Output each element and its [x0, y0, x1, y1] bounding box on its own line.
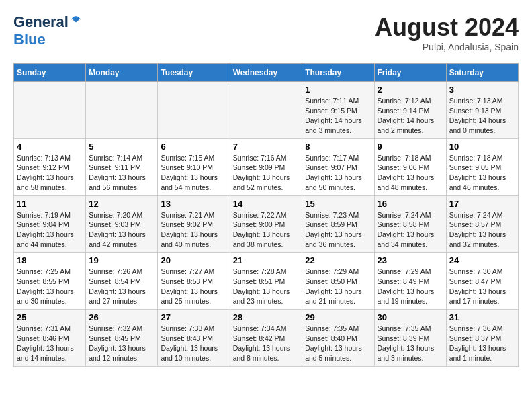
logo-bird-icon	[70, 15, 82, 27]
calendar-cell: 30Sunrise: 7:35 AMSunset: 8:39 PMDayligh…	[374, 310, 446, 367]
day-info: Sunrise: 7:28 AMSunset: 8:51 PMDaylight:…	[233, 267, 300, 306]
day-info: Sunrise: 7:33 AMSunset: 8:43 PMDaylight:…	[161, 324, 226, 363]
calendar-cell: 25Sunrise: 7:31 AMSunset: 8:46 PMDayligh…	[14, 310, 86, 367]
weekday-header-wednesday: Wednesday	[230, 64, 302, 82]
day-number: 22	[305, 255, 371, 265]
day-number: 30	[378, 312, 443, 322]
day-info: Sunrise: 7:27 AMSunset: 8:53 PMDaylight:…	[161, 267, 226, 306]
day-info: Sunrise: 7:18 AMSunset: 9:05 PMDaylight:…	[449, 153, 515, 193]
day-info: Sunrise: 7:32 AMSunset: 8:45 PMDaylight:…	[89, 324, 154, 363]
weekday-header-tuesday: Tuesday	[158, 64, 230, 82]
calendar-cell: 23Sunrise: 7:29 AMSunset: 8:49 PMDayligh…	[374, 253, 446, 310]
calendar-cell: 13Sunrise: 7:21 AMSunset: 9:02 PMDayligh…	[158, 195, 230, 253]
calendar-cell: 31Sunrise: 7:36 AMSunset: 8:37 PMDayligh…	[446, 310, 518, 367]
calendar-cell: 5Sunrise: 7:14 AMSunset: 9:11 PMDaylight…	[86, 138, 158, 195]
calendar-cell	[14, 82, 86, 139]
calendar-cell: 28Sunrise: 7:34 AMSunset: 8:42 PMDayligh…	[230, 310, 302, 367]
calendar-cell: 8Sunrise: 7:17 AMSunset: 9:07 PMDaylight…	[302, 138, 374, 195]
calendar-cell: 16Sunrise: 7:24 AMSunset: 8:58 PMDayligh…	[374, 195, 446, 253]
day-info: Sunrise: 7:24 AMSunset: 8:58 PMDaylight:…	[378, 210, 443, 250]
location-text: Pulpi, Andalusia, Spain	[375, 42, 519, 52]
page-header: General Blue August 2024 Pulpi, Andalusi…	[13, 13, 519, 52]
logo-blue-text: Blue	[13, 31, 46, 48]
day-info: Sunrise: 7:15 AMSunset: 9:10 PMDaylight:…	[161, 153, 226, 193]
day-number: 27	[161, 312, 226, 322]
weekday-header-thursday: Thursday	[302, 64, 374, 82]
calendar-cell: 4Sunrise: 7:13 AMSunset: 9:12 PMDaylight…	[14, 138, 86, 195]
calendar-cell: 15Sunrise: 7:23 AMSunset: 8:59 PMDayligh…	[302, 195, 374, 253]
day-number: 12	[89, 199, 154, 209]
day-number: 20	[161, 255, 226, 265]
day-number: 10	[449, 142, 515, 152]
calendar-cell: 10Sunrise: 7:18 AMSunset: 9:05 PMDayligh…	[446, 138, 518, 195]
calendar-cell: 3Sunrise: 7:13 AMSunset: 9:13 PMDaylight…	[446, 82, 518, 139]
logo: General Blue	[13, 13, 82, 48]
day-number: 19	[89, 255, 154, 265]
day-info: Sunrise: 7:26 AMSunset: 8:54 PMDaylight:…	[89, 267, 154, 306]
day-number: 28	[233, 312, 300, 322]
day-info: Sunrise: 7:23 AMSunset: 8:59 PMDaylight:…	[305, 210, 371, 250]
calendar-cell: 1Sunrise: 7:11 AMSunset: 9:15 PMDaylight…	[302, 82, 374, 139]
day-info: Sunrise: 7:11 AMSunset: 9:15 PMDaylight:…	[305, 96, 371, 136]
day-number: 31	[449, 312, 515, 322]
day-number: 4	[17, 142, 83, 152]
day-number: 3	[449, 85, 515, 95]
day-info: Sunrise: 7:29 AMSunset: 8:49 PMDaylight:…	[378, 267, 443, 306]
day-info: Sunrise: 7:14 AMSunset: 9:11 PMDaylight:…	[89, 153, 154, 193]
calendar-week-5: 25Sunrise: 7:31 AMSunset: 8:46 PMDayligh…	[14, 310, 519, 367]
day-info: Sunrise: 7:29 AMSunset: 8:50 PMDaylight:…	[305, 267, 371, 306]
calendar-cell	[158, 82, 230, 139]
day-number: 18	[17, 255, 83, 265]
calendar-cell: 20Sunrise: 7:27 AMSunset: 8:53 PMDayligh…	[158, 253, 230, 310]
calendar-cell: 2Sunrise: 7:12 AMSunset: 9:14 PMDaylight…	[374, 82, 446, 139]
day-info: Sunrise: 7:18 AMSunset: 9:06 PMDaylight:…	[378, 153, 443, 193]
weekday-header-sunday: Sunday	[14, 64, 86, 82]
day-info: Sunrise: 7:34 AMSunset: 8:42 PMDaylight:…	[233, 324, 300, 363]
calendar-cell: 21Sunrise: 7:28 AMSunset: 8:51 PMDayligh…	[230, 253, 302, 310]
day-info: Sunrise: 7:17 AMSunset: 9:07 PMDaylight:…	[305, 153, 371, 193]
day-number: 16	[378, 199, 443, 209]
day-number: 26	[89, 312, 154, 322]
calendar-cell: 27Sunrise: 7:33 AMSunset: 8:43 PMDayligh…	[158, 310, 230, 367]
calendar-cell: 6Sunrise: 7:15 AMSunset: 9:10 PMDaylight…	[158, 138, 230, 195]
calendar-cell: 9Sunrise: 7:18 AMSunset: 9:06 PMDaylight…	[374, 138, 446, 195]
day-info: Sunrise: 7:20 AMSunset: 9:03 PMDaylight:…	[89, 210, 154, 250]
day-info: Sunrise: 7:22 AMSunset: 9:00 PMDaylight:…	[233, 210, 300, 250]
day-number: 2	[378, 85, 443, 95]
calendar-table: SundayMondayTuesdayWednesdayThursdayFrid…	[13, 63, 519, 367]
day-number: 17	[449, 199, 515, 209]
calendar-week-4: 18Sunrise: 7:25 AMSunset: 8:55 PMDayligh…	[14, 253, 519, 310]
calendar-cell: 7Sunrise: 7:16 AMSunset: 9:09 PMDaylight…	[230, 138, 302, 195]
calendar-cell	[86, 82, 158, 139]
calendar-cell: 17Sunrise: 7:24 AMSunset: 8:57 PMDayligh…	[446, 195, 518, 253]
day-info: Sunrise: 7:19 AMSunset: 9:04 PMDaylight:…	[17, 210, 83, 250]
calendar-cell: 18Sunrise: 7:25 AMSunset: 8:55 PMDayligh…	[14, 253, 86, 310]
weekday-header-friday: Friday	[374, 64, 446, 82]
day-number: 25	[17, 312, 83, 322]
calendar-cell: 29Sunrise: 7:35 AMSunset: 8:40 PMDayligh…	[302, 310, 374, 367]
day-info: Sunrise: 7:35 AMSunset: 8:40 PMDaylight:…	[305, 324, 371, 363]
day-number: 21	[233, 255, 300, 265]
calendar-cell: 26Sunrise: 7:32 AMSunset: 8:45 PMDayligh…	[86, 310, 158, 367]
calendar-week-1: 1Sunrise: 7:11 AMSunset: 9:15 PMDaylight…	[14, 82, 519, 139]
calendar-cell: 19Sunrise: 7:26 AMSunset: 8:54 PMDayligh…	[86, 253, 158, 310]
day-number: 7	[233, 142, 300, 152]
calendar-cell: 22Sunrise: 7:29 AMSunset: 8:50 PMDayligh…	[302, 253, 374, 310]
day-number: 11	[17, 199, 83, 209]
calendar-header-row: SundayMondayTuesdayWednesdayThursdayFrid…	[14, 64, 519, 82]
calendar-cell: 11Sunrise: 7:19 AMSunset: 9:04 PMDayligh…	[14, 195, 86, 253]
calendar-body: 1Sunrise: 7:11 AMSunset: 9:15 PMDaylight…	[14, 82, 519, 367]
day-info: Sunrise: 7:12 AMSunset: 9:14 PMDaylight:…	[378, 96, 443, 136]
calendar-week-3: 11Sunrise: 7:19 AMSunset: 9:04 PMDayligh…	[14, 195, 519, 253]
calendar-cell: 14Sunrise: 7:22 AMSunset: 9:00 PMDayligh…	[230, 195, 302, 253]
day-number: 13	[161, 199, 226, 209]
day-info: Sunrise: 7:35 AMSunset: 8:39 PMDaylight:…	[378, 324, 443, 363]
day-number: 8	[305, 142, 371, 152]
day-number: 15	[305, 199, 371, 209]
day-info: Sunrise: 7:21 AMSunset: 9:02 PMDaylight:…	[161, 210, 226, 250]
day-number: 14	[233, 199, 300, 209]
weekday-header-monday: Monday	[86, 64, 158, 82]
calendar-week-2: 4Sunrise: 7:13 AMSunset: 9:12 PMDaylight…	[14, 138, 519, 195]
day-info: Sunrise: 7:36 AMSunset: 8:37 PMDaylight:…	[449, 324, 515, 363]
day-number: 1	[305, 85, 371, 95]
